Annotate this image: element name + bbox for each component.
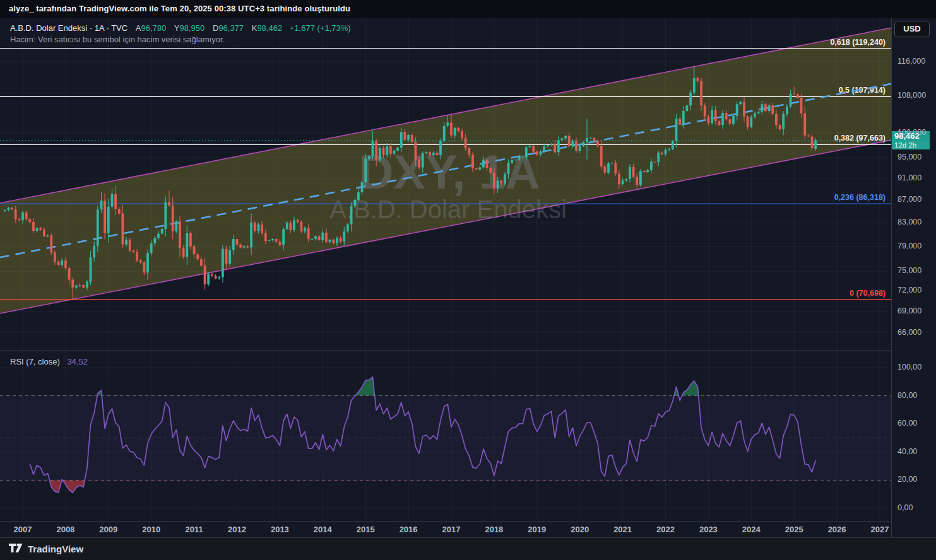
tradingview-snapshot: alyze_ tarafından TradingView.com ile Te…	[0, 0, 936, 560]
year-tick: 2012	[228, 525, 246, 534]
time-axis[interactable]: 2007200820092010201120122013201420152016…	[0, 521, 891, 538]
change-value: +1,677 (+1,73%)	[290, 23, 351, 33]
year-tick: 2026	[828, 525, 846, 534]
svg-text:A.B.D. Dolar Endeksi: A.B.D. Dolar Endeksi	[329, 195, 567, 223]
price-tick: 83,000	[897, 218, 921, 226]
high-value: 98,950	[180, 23, 205, 33]
rsi-tick: 100,00	[897, 363, 921, 371]
year-tick: 2025	[785, 525, 803, 534]
rsi-tick: 20,00	[897, 475, 917, 484]
fib-level-label: 0,236 (86,318)	[834, 193, 886, 202]
price-tick: 91,000	[897, 173, 921, 182]
rsi-tick: 60,00	[897, 419, 917, 428]
year-tick: 2024	[742, 525, 761, 534]
rsi-params: (7, close)	[26, 357, 59, 366]
year-tick: 2007	[14, 525, 32, 534]
price-tick: 100,000	[897, 128, 926, 137]
year-tick: 2016	[400, 525, 418, 534]
year-tick: 2027	[871, 525, 889, 534]
year-tick: 2019	[528, 525, 546, 534]
chart-canvas[interactable]: DXY, 1AA.B.D. Dolar Endeksi0,618 (119,24…	[0, 0, 891, 521]
close-value: 98,462	[257, 23, 282, 33]
year-tick: 2015	[357, 525, 375, 534]
bar-countdown: 12d 2h	[892, 141, 930, 149]
year-tick: 2014	[314, 525, 332, 534]
year-tick: 2018	[485, 525, 503, 534]
year-tick: 2017	[442, 525, 461, 534]
year-tick: 2021	[613, 525, 632, 534]
year-tick: 2022	[656, 525, 675, 534]
price-tick: 108,000	[897, 91, 926, 100]
fib-level-label: 0 (70,698)	[850, 289, 886, 298]
year-tick: 2013	[271, 525, 289, 534]
rsi-name: RSI	[10, 357, 24, 366]
price-axis[interactable]: USD 98,462 12d 2h 116,000108,000100,0009…	[891, 18, 936, 537]
footer-brand: TradingView	[28, 544, 83, 554]
rsi-value: 34,52	[67, 357, 88, 366]
rsi-legend[interactable]: RSI (7, close) 34,52	[10, 357, 88, 366]
price-tick: 66,000	[897, 328, 921, 337]
fib-level-label: 0,382 (97,663)	[834, 134, 886, 143]
price-tick: 95,000	[897, 153, 921, 161]
volume-notice: Hacim: Veri satıcısı bu sembol için haci…	[10, 35, 225, 44]
year-tick: 2011	[185, 525, 203, 534]
year-tick: 2010	[142, 525, 160, 534]
high-label: Y	[174, 23, 180, 33]
watermark: DXY, 1AA.B.D. Dolar Endeksi	[329, 145, 567, 223]
currency-button[interactable]: USD	[894, 21, 930, 37]
rsi-tick: 0,00	[897, 503, 913, 512]
rsi-tick: 80,00	[897, 391, 917, 400]
price-tick: 75,000	[897, 266, 921, 275]
rsi-tick: 40,00	[897, 447, 917, 456]
year-tick: 2009	[99, 525, 117, 534]
symbol-legend[interactable]: A.B.D. Dolar Endeksi · 1A · TVC A96,780 …	[10, 23, 351, 33]
year-tick: 2008	[56, 525, 74, 534]
year-tick: 2023	[699, 525, 718, 534]
low-label: D	[213, 23, 218, 33]
open-value: 96,780	[141, 23, 166, 33]
tradingview-logo-icon[interactable]	[9, 544, 25, 555]
fib-level-label: 0,618 (119,240)	[830, 38, 886, 47]
price-tick: 116,000	[897, 57, 925, 66]
price-tick: 72,000	[897, 286, 921, 295]
price-tick: 79,000	[897, 242, 921, 250]
price-tick: 69,000	[897, 306, 921, 315]
low-value: 96,377	[218, 23, 244, 33]
price-tick: 87,000	[897, 195, 921, 204]
symbol-title: A.B.D. Dolar Endeksi · 1A · TVC	[10, 23, 127, 33]
footer-bar: TradingView	[0, 537, 936, 560]
year-tick: 2020	[571, 525, 589, 534]
